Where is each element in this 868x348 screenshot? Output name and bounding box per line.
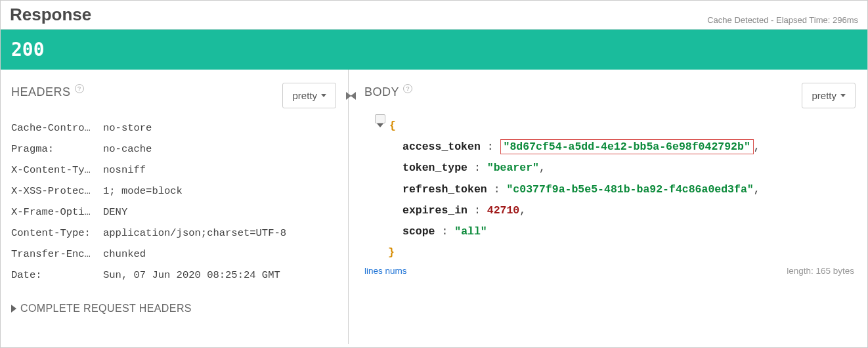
complete-headers-label: COMPLETE REQUEST HEADERS bbox=[20, 303, 192, 315]
caret-down-icon bbox=[321, 94, 326, 97]
headers-title: HEADERS bbox=[11, 85, 71, 99]
lines-nums-link[interactable]: lines nums bbox=[364, 266, 407, 276]
header-row: Content-Type:application/json;charset=UT… bbox=[11, 223, 337, 244]
json-key: access_token bbox=[402, 141, 481, 153]
header-value: no-cache bbox=[103, 143, 337, 155]
json-string: "all" bbox=[454, 225, 487, 238]
header-row: Cache-Contro…no-store bbox=[11, 118, 337, 139]
json-collapse-toggle[interactable] bbox=[375, 114, 385, 123]
triangle-down-icon bbox=[377, 123, 383, 127]
body-footer: lines nums length: 165 bytes bbox=[364, 266, 857, 276]
header-value: nosniff bbox=[103, 164, 337, 176]
triangle-right-icon bbox=[11, 305, 16, 313]
brace-close: } bbox=[388, 246, 395, 259]
complete-request-headers-toggle[interactable]: COMPLETE REQUEST HEADERS bbox=[11, 303, 337, 315]
json-string: "bearer" bbox=[487, 162, 539, 174]
headers-panel: HEADERS ? pretty Cache-Contro…no-storePr… bbox=[1, 70, 349, 344]
header-row: X-Content-Ty…nosniff bbox=[11, 160, 337, 181]
body-length: length: 165 bytes bbox=[787, 266, 854, 276]
headers-format-dropdown[interactable]: pretty bbox=[282, 83, 336, 108]
header-key: Date: bbox=[11, 269, 103, 281]
json-string: "8d67cf54-a5dd-4e12-bb5a-6e98f042792b" bbox=[504, 141, 750, 153]
header-key: X-Content-Ty… bbox=[11, 164, 103, 176]
help-icon[interactable]: ? bbox=[75, 84, 84, 93]
header-value: DENY bbox=[103, 206, 337, 218]
json-key: expires_in bbox=[402, 204, 467, 217]
header-value: application/json;charset=UTF-8 bbox=[103, 227, 337, 239]
json-viewer: { access_token : "8d67cf54-a5dd-4e12-bb5… bbox=[364, 115, 857, 263]
body-panel: BODY ? pretty { access_token : "8d67cf54… bbox=[349, 70, 867, 344]
help-icon[interactable]: ? bbox=[403, 84, 412, 93]
header-key: Cache-Contro… bbox=[11, 122, 103, 134]
header-key: X-Frame-Opti… bbox=[11, 206, 103, 218]
json-string: "c0377f9a-b5e5-481b-ba92-f4c86a0ed3fa" bbox=[506, 183, 753, 196]
headers-table: Cache-Contro…no-storePragma:no-cacheX-Co… bbox=[11, 118, 337, 286]
body-format-dropdown[interactable]: pretty bbox=[802, 83, 856, 108]
header-row: Pragma:no-cache bbox=[11, 139, 337, 160]
header-value: no-store bbox=[103, 122, 337, 134]
elapsed-time: Cache Detected - Elapsed Time: 296ms bbox=[707, 15, 858, 25]
body-section-head: BODY ? bbox=[364, 85, 857, 99]
json-key: refresh_token bbox=[402, 183, 487, 196]
status-code: 200 bbox=[11, 39, 45, 60]
header-row: X-XSS-Protec…1; mode=block bbox=[11, 181, 337, 202]
header-key: X-XSS-Protec… bbox=[11, 185, 103, 197]
caret-down-icon bbox=[840, 94, 846, 97]
header-row: Date:Sun, 07 Jun 2020 08:25:24 GMT bbox=[11, 265, 337, 286]
header-key: Content-Type: bbox=[11, 227, 103, 239]
body-format-label: pretty bbox=[812, 90, 836, 101]
json-number: 42710 bbox=[487, 204, 520, 217]
response-topbar: Response Cache Detected - Elapsed Time: … bbox=[1, 1, 867, 30]
brace-open: { bbox=[389, 120, 396, 132]
headers-format-label: pretty bbox=[292, 90, 317, 101]
header-row: Transfer-Enc…chunked bbox=[11, 244, 337, 265]
header-value: 1; mode=block bbox=[103, 185, 337, 197]
panels: HEADERS ? pretty Cache-Contro…no-storePr… bbox=[1, 70, 867, 344]
highlighted-value: "8d67cf54-a5dd-4e12-bb5a-6e98f042792b" bbox=[500, 139, 754, 154]
response-title: Response bbox=[10, 5, 91, 25]
expand-right-icon[interactable] bbox=[346, 92, 351, 100]
header-key: Transfer-Enc… bbox=[11, 248, 103, 260]
body-title: BODY bbox=[364, 85, 399, 99]
json-key: scope bbox=[402, 225, 435, 238]
header-value: Sun, 07 Jun 2020 08:25:24 GMT bbox=[103, 269, 337, 281]
header-row: X-Frame-Opti…DENY bbox=[11, 202, 337, 223]
header-key: Pragma: bbox=[11, 143, 103, 155]
json-key: token_type bbox=[402, 162, 467, 174]
status-code-bar: 200 bbox=[1, 30, 867, 70]
header-value: chunked bbox=[103, 248, 337, 260]
